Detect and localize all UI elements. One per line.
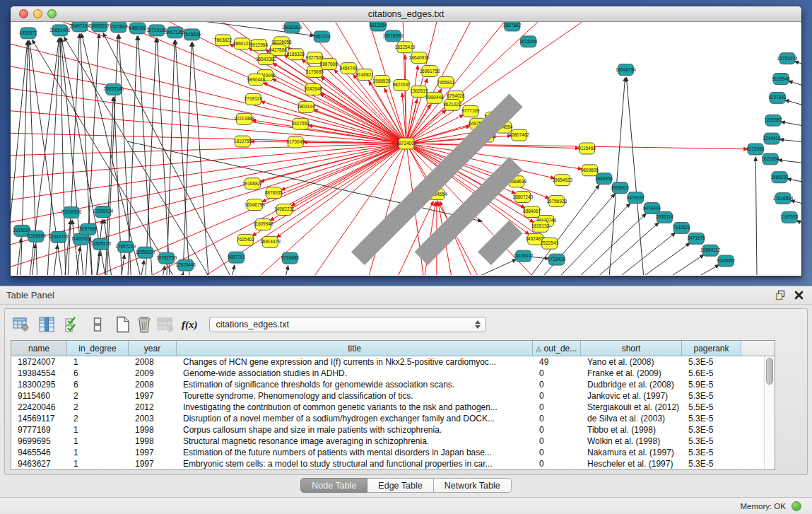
table-cell: Stergiakouli et al. (2012) — [581, 402, 682, 412]
table-row[interactable]: 1456911722003Disruption of a novel membe… — [11, 413, 764, 424]
status-bar: Memory: OK — [0, 497, 812, 514]
column-header-label: pagerank — [693, 344, 729, 354]
table-cell: de Silva et al. (2003) — [581, 414, 682, 424]
table-cell: Investigating the contribution of common… — [177, 402, 533, 412]
table-cell: 19384554 — [11, 368, 67, 378]
table-scrollbar[interactable] — [764, 356, 775, 469]
table-cell: 5.5E-5 — [682, 402, 741, 412]
new-table-icon[interactable] — [112, 315, 134, 334]
window-title: citations_edges.txt — [368, 8, 445, 19]
table-cell: 5.3E-5 — [682, 448, 741, 457]
table-cell: 2008 — [129, 357, 177, 367]
column-header-label: title — [348, 344, 361, 354]
table-cell: Franke et al. (2009) — [581, 368, 682, 378]
close-window-button[interactable] — [19, 9, 28, 18]
column-header-pagerank[interactable]: pagerank — [682, 341, 741, 356]
table-panel-body: f(x) citations_edges.txt namein_degreeye… — [4, 308, 808, 475]
table-cell: Jankovic et al. (1997) — [581, 391, 682, 401]
table-cell: 1 — [67, 425, 129, 435]
table-cell: Corpus callosum shape and size in male p… — [177, 425, 533, 435]
table-cell: 9777169 — [11, 425, 67, 435]
column-header-name[interactable]: name — [11, 341, 67, 356]
dropdown-stepper-icon — [475, 320, 481, 329]
minimize-window-button[interactable] — [33, 9, 42, 18]
table-cell: 9465546 — [11, 448, 67, 457]
table-header-row: namein_degreeyeartitle△out_de...shortpag… — [11, 341, 775, 356]
table-cell: 14569117 — [11, 414, 67, 424]
tab-node-table[interactable]: Node Table — [300, 478, 367, 493]
table-cell: 6 — [67, 368, 129, 378]
window-titlebar[interactable]: citations_edges.txt — [11, 6, 801, 22]
resize-grip-icon[interactable] — [11, 22, 801, 274]
table-cell: 5.6E-5 — [682, 368, 741, 378]
table-cell: Wolkin et al. (1998) — [581, 436, 682, 446]
delete-table-icon[interactable] — [134, 315, 155, 334]
table-cell: 0 — [533, 414, 581, 424]
table-row[interactable]: 969969511998Structural magnetic resonanc… — [11, 436, 764, 447]
table-row[interactable]: 946554611997Estimation of the future num… — [11, 447, 764, 458]
table-cell: 1998 — [129, 436, 177, 446]
table-row[interactable]: 977716911998Corpus callosum shape and si… — [11, 424, 764, 436]
tab-network-table[interactable]: Network Table — [434, 478, 512, 493]
column-header-in-degree[interactable]: in_degree — [67, 341, 129, 356]
table-row[interactable]: 1872400712008Changes of HCN gene express… — [11, 356, 764, 368]
select-columns-icon[interactable] — [61, 315, 83, 334]
table-cell: 1997 — [129, 391, 177, 401]
table-row[interactable]: 1938455462009Genome-wide association stu… — [11, 368, 764, 379]
row-height-icon[interactable] — [87, 315, 108, 334]
table-cell: 2003 — [129, 414, 177, 424]
close-panel-icon[interactable] — [794, 291, 804, 300]
table-source-value: citations_edges.txt — [216, 320, 475, 329]
show-columns-icon[interactable] — [36, 315, 57, 334]
sort-ascending-icon: △ — [536, 345, 541, 352]
memory-status-indicator[interactable] — [792, 501, 801, 511]
table-cell: Structural magnetic resonance image aver… — [177, 436, 533, 446]
table-row[interactable]: 911546021997Tourette syndrome. Phenomeno… — [11, 390, 764, 402]
scrollbar-thumb[interactable] — [766, 358, 773, 385]
network-view-window[interactable]: citations_edges.txt 49355722069140620497… — [10, 6, 802, 276]
table-row[interactable]: 946362711997Embryonic stem cells: a mode… — [11, 458, 764, 469]
table-cell: Yano et al. (2008) — [581, 357, 682, 367]
table-cell: 0 — [533, 368, 581, 378]
table-cell: 22420046 — [11, 402, 67, 412]
table-cell: 1998 — [129, 425, 177, 435]
function-builder-icon[interactable]: f(x) — [182, 319, 198, 331]
table-panel: Table Panel — [0, 286, 812, 514]
table-cell: 0 — [533, 459, 581, 469]
table-cell: Estimation of the future numbers of pati… — [177, 448, 533, 457]
table-cell: Genome-wide association studies in ADHD. — [177, 368, 533, 378]
table-cell: 5.9E-5 — [682, 380, 741, 390]
float-panel-icon[interactable] — [775, 290, 786, 300]
table-cell: 0 — [533, 391, 581, 401]
table-cell: 2008 — [129, 380, 177, 390]
table-source-dropdown[interactable]: citations_edges.txt — [209, 317, 486, 332]
network-canvas[interactable]: 4935572206914062049719410653267152760264… — [11, 22, 801, 275]
table-cell: 1997 — [129, 459, 177, 469]
table-cell: 5.3E-5 — [682, 459, 741, 469]
table-cell: 18724007 — [11, 357, 67, 367]
table-cell: 18300295 — [11, 380, 67, 390]
column-header-short[interactable]: short — [581, 341, 682, 356]
table-type-tabs: Node TableEdge TableNetwork Table — [0, 478, 812, 493]
table-cell: Tibbo et al. (1998) — [581, 425, 682, 435]
table-cell: Embryonic stem cells: a model to study s… — [177, 459, 533, 469]
column-header-out-de-[interactable]: △out_de... — [533, 341, 581, 356]
table-cell: Estimation of significance thresholds fo… — [177, 380, 533, 390]
table-cell: 0 — [533, 380, 581, 390]
table-panel-title: Table Panel — [6, 290, 775, 300]
column-header-year[interactable]: year — [129, 341, 177, 356]
tab-edge-table[interactable]: Edge Table — [367, 478, 433, 493]
zoom-window-button[interactable] — [47, 9, 57, 18]
column-header-title[interactable]: title — [177, 341, 533, 356]
table-body: 1872400712008Changes of HCN gene express… — [11, 356, 764, 469]
column-header-label: year — [144, 344, 160, 354]
memory-status-label: Memory: OK — [740, 502, 786, 510]
table-mode-icon[interactable] — [11, 315, 32, 334]
table-row[interactable]: 2242004622012Investigating the contribut… — [11, 402, 764, 413]
table-cell: Nakamura et al. (1997) — [581, 448, 682, 457]
table-panel-header: Table Panel — [0, 286, 812, 305]
table-cell: 1 — [67, 448, 129, 457]
table-cell: Hescheler et al. (1997) — [581, 459, 682, 469]
table-row[interactable]: 1830029562008Estimation of significance … — [11, 379, 764, 390]
table-cell: 0 — [533, 402, 581, 412]
